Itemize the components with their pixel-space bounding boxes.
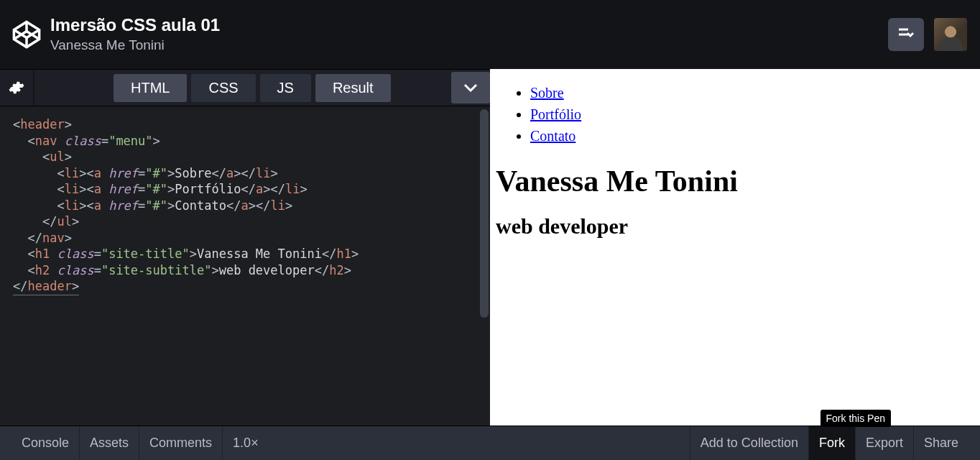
add-to-collection-button[interactable]: Add to Collection <box>690 426 808 461</box>
pen-settings-button[interactable] <box>0 70 34 105</box>
fork-button[interactable]: Fork <box>808 426 855 461</box>
fork-tooltip: Fork this Pen <box>820 410 891 427</box>
preview-site-subtitle: web developer <box>496 214 974 239</box>
app-header: Imersão CSS aula 01 Vanessa Me Tonini <box>0 0 980 69</box>
code-content: <header> <nav class="menu"> <ul> <li><a … <box>13 116 477 295</box>
codepen-logo-icon <box>11 19 42 50</box>
tab-css[interactable]: CSS <box>191 74 255 102</box>
preview-nav-item: Portfólio <box>530 104 974 125</box>
editor-tabs: HTML CSS JS Result <box>114 74 391 102</box>
chevron-down-icon <box>463 83 478 92</box>
html-editor[interactable]: <header> <nav class="menu"> <ul> <li><a … <box>0 106 490 426</box>
preview-site-title: Vanessa Me Tonini <box>496 164 974 198</box>
pen-author[interactable]: Vanessa Me Tonini <box>50 37 220 53</box>
tab-js[interactable]: JS <box>260 74 311 102</box>
workspace: <header> <nav class="menu"> <ul> <li><a … <box>0 106 980 426</box>
editor-layout-button[interactable] <box>888 18 924 51</box>
pen-title: Imersão CSS aula 01 <box>50 16 220 34</box>
preview-link-sobre[interactable]: Sobre <box>530 85 564 101</box>
collapse-editor-button[interactable] <box>451 72 490 104</box>
export-button[interactable]: Export <box>855 426 913 461</box>
preview-nav-item: Sobre <box>530 82 974 104</box>
console-button[interactable]: Console <box>11 426 80 461</box>
preview-link-portfolio[interactable]: Portfólio <box>530 106 581 122</box>
gear-icon <box>9 80 24 96</box>
editor-scrollbar[interactable] <box>480 109 489 318</box>
tab-result[interactable]: Result <box>315 74 391 102</box>
assets-button[interactable]: Assets <box>80 426 139 461</box>
codepen-logo[interactable] <box>10 18 43 51</box>
preview-nav-list: Sobre Portfólio Contato <box>496 82 974 147</box>
user-avatar[interactable] <box>934 18 967 51</box>
editor-layout-icon <box>898 28 914 41</box>
pen-title-block: Imersão CSS aula 01 Vanessa Me Tonini <box>50 16 220 53</box>
preview-link-contato[interactable]: Contato <box>530 128 575 144</box>
footer-bar: Console Assets Comments 1.0× Add to Coll… <box>0 426 980 460</box>
editor-toolbar: HTML CSS JS Result <box>0 69 490 106</box>
zoom-indicator[interactable]: 1.0× <box>223 426 269 461</box>
comments-button[interactable]: Comments <box>139 426 223 461</box>
tab-html[interactable]: HTML <box>114 74 187 102</box>
result-preview: Sobre Portfólio Contato Vanessa Me Tonin… <box>490 69 980 426</box>
share-button[interactable]: Share <box>913 426 969 461</box>
preview-nav-item: Contato <box>530 125 974 147</box>
